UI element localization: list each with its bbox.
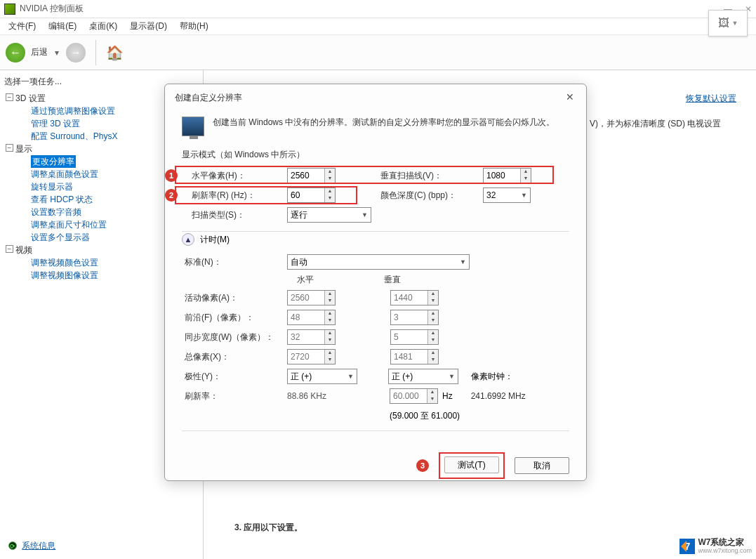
watermark: 7 W7系统之家 www.w7xitong.com (679, 538, 752, 555)
annotation-box-3: 测试(T) (439, 452, 505, 479)
watermark-logo: 7 (679, 539, 695, 554)
back-dropdown[interactable]: ▾ (55, 48, 59, 58)
divider (182, 430, 569, 431)
dialog-close-button[interactable]: ✕ (564, 91, 576, 104)
depth-combo[interactable]: 32▼ (483, 188, 531, 203)
restore-defaults-link[interactable]: 恢复默认设置 (686, 93, 736, 105)
vscan-label: 垂直扫描线(V)： (378, 170, 483, 182)
vscan-input[interactable] (484, 169, 520, 183)
total-h-spinner[interactable]: ▲▼ (287, 349, 336, 364)
tree-toggle[interactable]: − (6, 93, 13, 101)
scantype-value: 逐行 (291, 209, 307, 221)
menu-help[interactable]: 帮助(H) (174, 18, 214, 34)
annotation-badge-2: 2 (165, 189, 178, 202)
window-titlebar: NVIDIA 控制面板 — ✕ (0, 0, 756, 18)
active-h-spinner[interactable]: ▲▼ (287, 290, 336, 305)
hpixels-spinner[interactable]: ▲▼ (287, 168, 336, 183)
forward-button[interactable]: → (66, 43, 86, 63)
sync-label: 同步宽度(W)（像素）： (182, 331, 287, 343)
system-info-link[interactable]: 系统信息 (22, 541, 55, 551)
refresh-range: (59.000 至 61.000) (390, 410, 460, 422)
hpixels-label: 水平像素(H)： (182, 170, 287, 182)
tree-toggle[interactable]: − (6, 144, 13, 152)
dialog-title: 创建自定义分辨率 (175, 92, 242, 104)
timing-collapse-button[interactable]: ▲ (182, 233, 194, 246)
standard-label: 标准(N)： (182, 256, 287, 268)
standard-value: 自动 (291, 256, 307, 268)
refresh-input[interactable] (288, 188, 324, 202)
timing-header: ▲ 计时(M) (182, 231, 569, 250)
menu-file[interactable]: 文件(F) (3, 18, 41, 34)
scantype-label: 扫描类型(S)： (182, 209, 287, 221)
refresh-v-spinner[interactable]: ▲▼ (390, 388, 438, 404)
depth-value: 32 (486, 190, 496, 200)
polarity-h-combo[interactable]: 正 (+)▼ (287, 369, 357, 384)
window-title: NVIDIA 控制面板 (20, 3, 84, 15)
dialog-titlebar: 创建自定义分辨率 ✕ (165, 84, 586, 110)
total-label: 总像素(X)： (182, 351, 287, 363)
front-h-spinner[interactable]: ▲▼ (287, 310, 336, 325)
image-placeholder-dropdown[interactable]: 🖼 ▼ (708, 10, 748, 37)
refresh2-label: 刷新率： (182, 390, 287, 402)
monitor-icon (182, 117, 204, 136)
menu-display[interactable]: 显示器(D) (124, 18, 173, 34)
front-v-spinner[interactable]: ▲▼ (390, 310, 439, 325)
menu-desktop[interactable]: 桌面(K) (84, 18, 123, 34)
pixclock-label: 像素时钟： (471, 371, 513, 383)
total-v-spinner[interactable]: ▲▼ (390, 349, 439, 364)
create-custom-resolution-dialog: 创建自定义分辨率 ✕ 创建当前 Windows 中没有的分辨率。测试新的自定义分… (164, 84, 587, 481)
col-vertical: 垂直 (384, 274, 401, 286)
dialog-buttons: 3 测试(T) 取消 (165, 442, 586, 479)
watermark-brand: W7系统之家 (698, 538, 752, 546)
active-v-spinner[interactable]: ▲▼ (390, 290, 439, 305)
step-3-label: 3. 应用以下设置。 (234, 522, 303, 534)
sysinfo-icon: ⟳ (8, 541, 17, 550)
cancel-button[interactable]: 取消 (515, 457, 569, 474)
back-label: 后退 (31, 46, 48, 58)
sync-h-spinner[interactable]: ▲▼ (287, 329, 336, 345)
menubar: 文件(F) 编辑(E) 桌面(K) 显示器(D) 帮助(H) (0, 18, 756, 35)
col-horizontal: 水平 (297, 274, 314, 286)
pixclock-value: 241.6992 MHz (471, 391, 526, 401)
scantype-combo[interactable]: 逐行▼ (287, 207, 371, 223)
annotation-badge-3: 3 (416, 459, 429, 472)
tree-label-video: 视频 (15, 245, 32, 255)
display-mode-form: 水平像素(H)： ▲▼ 垂直扫描线(V)： ▲▼ 刷新率(R) (Hz)： ▲▼ (182, 168, 569, 223)
depth-label: 颜色深度(C) (bpp)： (378, 190, 483, 202)
dialog-intro-text: 创建当前 Windows 中没有的分辨率。测试新的自定义分辨率时您的显示器可能会… (213, 117, 555, 136)
home-icon[interactable]: 🏠 (106, 44, 124, 61)
vscan-spinner[interactable]: ▲▼ (483, 168, 531, 183)
standard-combo[interactable]: 自动▼ (287, 254, 470, 270)
picture-icon: 🖼 (718, 17, 729, 29)
dialog-intro: 创建当前 Windows 中没有的分辨率。测试新的自定义分辨率时您的显示器可能会… (182, 112, 569, 146)
sidebar-item-change-resolution[interactable]: 更改分辨率 (31, 155, 76, 168)
menu-edit[interactable]: 编辑(E) (43, 18, 82, 34)
hpixels-input[interactable] (288, 169, 324, 183)
toolbar: ← 后退 ▾ → 🏠 (0, 35, 756, 70)
front-label: 前沿(F)（像素）： (182, 312, 287, 324)
tree-label-display: 显示 (15, 144, 32, 154)
background-text: V)，并为标准清晰度 (SD) 电视设置 (590, 118, 721, 130)
system-info: ⟳ 系统信息 (8, 540, 55, 552)
nvidia-icon (4, 4, 15, 15)
refresh-h-value: 88.86 KHz (287, 391, 350, 401)
watermark-url: www.w7xitong.com (698, 546, 752, 555)
annotation-badge-1: 1 (165, 169, 178, 182)
refresh-spinner[interactable]: ▲▼ (287, 188, 336, 203)
polarity-label: 极性(Y)： (182, 371, 287, 383)
refresh-label: 刷新率(R) (Hz)： (182, 190, 287, 202)
test-button[interactable]: 测试(T) (444, 456, 499, 473)
tree-label-3d: 3D 设置 (15, 93, 46, 103)
refresh-unit: Hz (442, 391, 453, 401)
timing-label: 计时(M) (200, 234, 230, 246)
timing-column-headers: 水平 垂直 (182, 274, 569, 286)
dropdown-arrow-icon: ▼ (732, 20, 738, 27)
polarity-v-combo[interactable]: 正 (+)▼ (388, 369, 458, 384)
tree-toggle[interactable]: − (6, 245, 13, 253)
display-mode-label: 显示模式（如 Windows 中所示） (182, 146, 569, 164)
toolbar-separator (95, 40, 96, 65)
active-label: 活动像素(A)： (182, 292, 287, 304)
back-button[interactable]: ← (6, 43, 25, 63)
sync-v-spinner[interactable]: ▲▼ (390, 329, 439, 345)
